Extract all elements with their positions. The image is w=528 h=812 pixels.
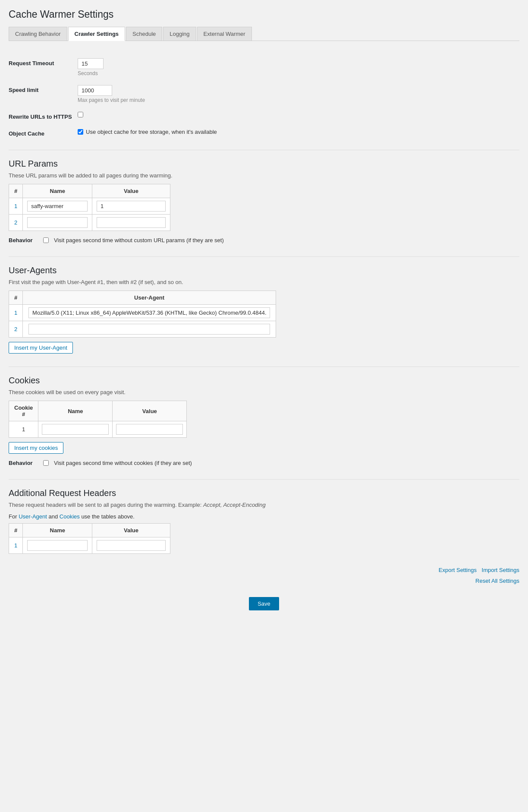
cookie-name-input[interactable] — [42, 424, 109, 435]
row-value-cell — [92, 537, 170, 554]
row-name-cell — [23, 198, 92, 215]
url-params-behavior-label: Behavior — [9, 237, 43, 243]
save-button[interactable]: Save — [249, 597, 279, 610]
export-settings-link[interactable]: Export Settings — [439, 567, 477, 573]
header-name-input[interactable] — [27, 540, 88, 551]
table-row: 1 — [9, 305, 276, 321]
speed-limit-hint: Max pages to visit per minute — [78, 97, 519, 103]
rewrite-urls-control — [78, 112, 519, 119]
row-name-cell — [38, 421, 113, 438]
object-cache-control: Use object cache for tree storage, when … — [78, 129, 519, 135]
url-params-title: URL Params — [9, 150, 519, 169]
insert-cookies-button[interactable]: Insert my cookies — [9, 442, 63, 454]
request-timeout-label: Request Timeout — [9, 58, 78, 66]
table-row: 2 — [9, 321, 276, 338]
url-params-behavior-text: Visit pages second time without custom U… — [54, 237, 224, 243]
page-title: Cache Warmer Settings — [9, 9, 519, 20]
additional-headers-info: For User-Agent and Cookies use the table… — [9, 513, 519, 520]
additional-headers-example: Accept, Accept-Encoding — [203, 502, 266, 508]
url-params-desc: These URL params will be added to all pa… — [9, 172, 519, 179]
user-agent-link[interactable]: User-Agent — [19, 513, 47, 520]
table-row: 2 — [9, 215, 170, 231]
speed-limit-input[interactable] — [78, 85, 112, 96]
header-value-input[interactable] — [97, 540, 166, 551]
tab-crawler-settings[interactable]: Crawler Settings — [68, 27, 126, 41]
rewrite-urls-row: Rewrite URLs to HTTPS — [9, 112, 519, 120]
row-value-input[interactable] — [97, 217, 166, 228]
object-cache-checkbox-label[interactable]: Use object cache for tree storage, when … — [78, 129, 519, 135]
url-params-col-name: Name — [23, 184, 92, 198]
object-cache-description: Use object cache for tree storage, when … — [86, 129, 217, 135]
object-cache-checkbox[interactable] — [78, 129, 83, 135]
url-params-table: # Name Value 1 2 — [9, 184, 170, 231]
additional-headers-title: Additional Request Headers — [9, 479, 519, 498]
row-value-input[interactable] — [97, 201, 166, 212]
tab-schedule[interactable]: Schedule — [126, 27, 162, 41]
cookies-title: Cookies — [9, 367, 519, 385]
cookies-behavior-label: Behavior — [9, 460, 43, 466]
additional-headers-col-num: # — [9, 524, 23, 537]
export-import-links: Export Settings Import Settings — [9, 567, 519, 573]
tab-external-warmer[interactable]: External Warmer — [197, 27, 252, 41]
user-agents-desc: First visit the page with User-Agent #1,… — [9, 279, 519, 285]
user-agents-table: # User-Agent 1 2 — [9, 291, 276, 338]
row-name-input[interactable] — [27, 217, 88, 228]
row-num: 1 — [9, 198, 23, 215]
rewrite-urls-checkbox[interactable] — [78, 112, 83, 117]
cookies-col-name: Name — [38, 401, 113, 421]
speed-limit-label: Speed limit — [9, 85, 78, 93]
url-params-col-num: # — [9, 184, 23, 198]
row-num: 1 — [9, 537, 23, 554]
import-settings-link[interactable]: Import Settings — [482, 567, 519, 573]
cookies-col-value: Value — [113, 401, 187, 421]
table-row: 1 — [9, 198, 170, 215]
table-row: 1 — [9, 421, 187, 438]
tab-crawling-behavior[interactable]: Crawling Behavior — [9, 27, 67, 41]
row-value-cell — [92, 198, 170, 215]
row-agent-cell — [23, 305, 276, 321]
cookies-behavior-row: Behavior Visit pages second time without… — [9, 460, 519, 466]
object-cache-label: Object Cache — [9, 129, 78, 137]
cookies-behavior-text: Visit pages second time without cookies … — [54, 460, 192, 466]
row-name-cell — [23, 215, 92, 231]
row-agent-input[interactable] — [28, 324, 270, 335]
row-num: 2 — [9, 321, 23, 338]
speed-limit-row: Speed limit Max pages to visit per minut… — [9, 85, 519, 103]
row-value-cell — [113, 421, 187, 438]
tab-bar: Crawling Behavior Crawler Settings Sched… — [9, 27, 519, 41]
cookies-desc: These cookies will be used on every page… — [9, 389, 519, 395]
request-timeout-input[interactable] — [78, 58, 104, 69]
main-content: Request Timeout Seconds Speed limit Max … — [9, 50, 519, 628]
additional-headers-desc: These request headers will be sent to al… — [9, 502, 519, 508]
url-params-behavior-checkbox[interactable] — [43, 237, 49, 243]
reset-settings-link[interactable]: Reset All Settings — [475, 578, 519, 584]
cookies-table: Cookie # Name Value 1 — [9, 401, 187, 438]
cookies-col-num: Cookie # — [9, 401, 38, 421]
url-params-behavior-checkbox-label[interactable]: Visit pages second time without custom U… — [43, 237, 224, 243]
url-params-col-value: Value — [92, 184, 170, 198]
request-timeout-control: Seconds — [78, 58, 519, 76]
request-timeout-row: Request Timeout Seconds — [9, 58, 519, 76]
row-name-input[interactable] — [27, 201, 88, 212]
user-agents-col-agent: User-Agent — [23, 291, 276, 305]
additional-headers-col-value: Value — [92, 524, 170, 537]
row-value-cell — [92, 215, 170, 231]
request-timeout-hint: Seconds — [78, 70, 519, 76]
rewrite-urls-label: Rewrite URLs to HTTPS — [9, 112, 78, 120]
tab-logging[interactable]: Logging — [163, 27, 196, 41]
cookies-behavior-checkbox-label[interactable]: Visit pages second time without cookies … — [43, 460, 192, 466]
row-agent-input[interactable] — [28, 307, 270, 318]
row-num: 1 — [9, 305, 23, 321]
cookies-behavior-checkbox[interactable] — [43, 460, 49, 466]
save-row: Save — [9, 597, 519, 619]
user-agents-col-num: # — [9, 291, 23, 305]
object-cache-row: Object Cache Use object cache for tree s… — [9, 129, 519, 137]
url-params-behavior-row: Behavior Visit pages second time without… — [9, 237, 519, 243]
row-num: 2 — [9, 215, 23, 231]
insert-user-agent-button[interactable]: Insert my User-Agent — [9, 342, 73, 354]
cookie-value-input[interactable] — [116, 424, 183, 435]
additional-headers-table: # Name Value 1 — [9, 523, 170, 554]
cookies-link[interactable]: Cookies — [60, 513, 80, 520]
additional-headers-col-name: Name — [23, 524, 92, 537]
user-agents-title: User-Agents — [9, 256, 519, 275]
